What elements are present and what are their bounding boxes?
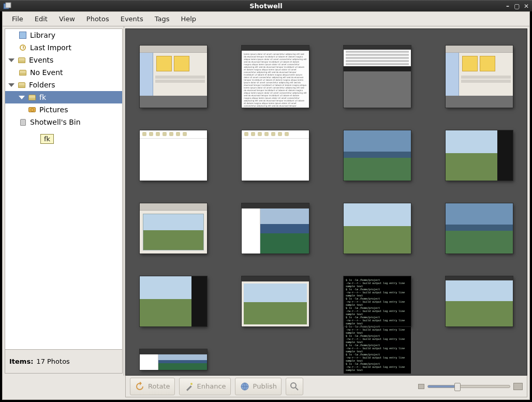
folder-icon — [18, 56, 26, 64]
svg-rect-2 — [186, 385, 192, 391]
thumbnail[interactable] — [344, 203, 411, 254]
menu-help[interactable]: Help — [175, 13, 201, 25]
thumbnail[interactable] — [140, 203, 207, 254]
menu-tags[interactable]: Tags — [150, 13, 175, 25]
sidebar-item-pictures[interactable]: Pictures — [5, 103, 122, 116]
search-button[interactable] — [286, 378, 303, 395]
svg-point-3 — [190, 383, 193, 385]
folder-icon — [28, 93, 36, 101]
thumbnail[interactable] — [140, 349, 207, 370]
sidebar-item-label: fk — [39, 93, 46, 101]
button-label: Enhance — [197, 382, 226, 390]
minimize-button[interactable]: – — [504, 3, 511, 10]
expander-icon[interactable] — [19, 96, 25, 99]
camera-icon — [28, 106, 36, 114]
thumbnail[interactable] — [140, 130, 207, 181]
sidebar-item-no-event[interactable]: No Event — [5, 66, 122, 79]
search-icon — [289, 381, 300, 392]
wand-icon — [184, 381, 194, 392]
close-button[interactable]: ✕ — [523, 3, 530, 10]
expander-icon[interactable] — [8, 58, 14, 62]
sidebar-item-label: Shotwell's Bin — [30, 118, 81, 126]
app-icon — [3, 2, 11, 10]
expander-icon[interactable] — [8, 83, 14, 87]
zoom-slider-group — [418, 383, 523, 390]
sidebar-item-library[interactable]: Library — [5, 29, 122, 41]
rotate-button[interactable]: Rotate — [130, 378, 175, 395]
svg-rect-1 — [6, 3, 11, 8]
clock-icon — [19, 43, 27, 52]
sidebar-item-fk[interactable]: fk — [5, 91, 122, 103]
svg-line-6 — [295, 388, 298, 390]
sidebar-item-events[interactable]: Events — [5, 54, 122, 66]
sidebar-item-label: Last Import — [30, 43, 71, 52]
thumbnail[interactable]: $ ls -la /home/project-rw-r--r-- build o… — [344, 276, 411, 326]
folder-icon — [19, 68, 27, 77]
status-label: Items: — [9, 358, 33, 365]
thumbnail[interactable] — [242, 130, 309, 181]
folder-icon — [18, 81, 26, 89]
publish-button[interactable]: Publish — [235, 378, 282, 395]
sidebar-item-bin[interactable]: Shotwell's Bin — [5, 116, 122, 128]
menu-edit[interactable]: Edit — [29, 13, 53, 25]
thumbnail[interactable] — [140, 46, 207, 108]
enhance-button[interactable]: Enhance — [179, 378, 231, 395]
bottom-toolbar: Rotate Enhance Publish — [125, 376, 527, 397]
maximize-button[interactable]: ▢ — [513, 3, 521, 10]
thumbnail[interactable]: lorem ipsum dolor sit amet consectetur a… — [242, 46, 309, 108]
thumbnail[interactable] — [344, 130, 411, 181]
sidebar-item-label: Library — [30, 31, 55, 39]
sidebar-item-label: Folders — [29, 81, 55, 89]
sidebar-tree: Library Last Import Events No Event Fold… — [5, 28, 123, 350]
zoom-small-icon — [418, 384, 424, 389]
window-title: Shotwell — [249, 2, 283, 10]
sidebar-item-label: No Event — [30, 68, 63, 77]
menu-view[interactable]: View — [54, 13, 80, 25]
menu-file[interactable]: File — [7, 13, 28, 25]
thumbnail[interactable] — [446, 276, 513, 326]
thumbnail[interactable] — [446, 130, 513, 181]
thumbnail[interactable] — [446, 203, 513, 254]
menu-photos[interactable]: Photos — [81, 13, 114, 25]
thumbnail-gallery[interactable]: lorem ipsum dolor sit amet consectetur a… — [125, 28, 527, 376]
status-bar: Items: 17 Photos — [5, 350, 123, 374]
sidebar-item-label: Events — [29, 56, 53, 64]
zoom-large-icon — [513, 383, 523, 390]
thumbnail[interactable] — [242, 203, 309, 254]
sidebar-item-folders[interactable]: Folders — [5, 79, 122, 91]
svg-point-5 — [291, 383, 296, 388]
globe-icon — [240, 381, 250, 392]
sidebar-item-label: Pictures — [39, 106, 68, 114]
thumbnail[interactable] — [140, 276, 207, 326]
thumbnail[interactable] — [344, 46, 411, 108]
photos-icon — [19, 31, 27, 39]
thumbnail[interactable] — [446, 46, 513, 108]
trash-icon — [19, 118, 27, 126]
button-label: Publish — [253, 382, 277, 390]
titlebar: Shotwell – ▢ ✕ — [0, 0, 532, 11]
thumbnail[interactable] — [242, 276, 309, 326]
rotate-icon — [135, 381, 145, 392]
tooltip: fk — [40, 134, 54, 144]
zoom-slider[interactable] — [427, 385, 510, 388]
button-label: Rotate — [148, 382, 170, 390]
sidebar-item-last-import[interactable]: Last Import — [5, 41, 122, 54]
menu-events[interactable]: Events — [115, 13, 149, 25]
status-value: 17 Photos — [36, 358, 70, 365]
menubar: File Edit View Photos Events Tags Help — [2, 11, 530, 26]
